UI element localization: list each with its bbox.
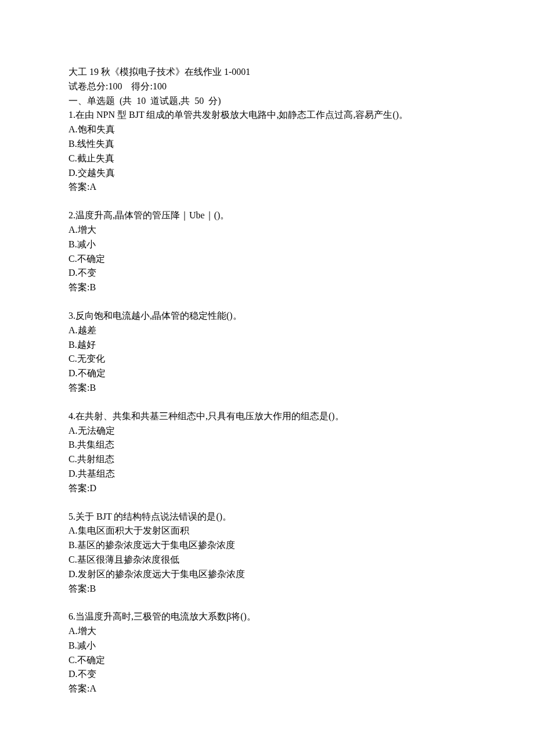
option-label: C xyxy=(68,454,75,464)
option-label: B xyxy=(68,540,75,550)
answer-label: 答案: xyxy=(68,683,89,693)
option-text: 共射组态 xyxy=(77,454,114,464)
option-label: A xyxy=(68,426,75,435)
question-body: 反向饱和电流越小,晶体管的稳定性能()。 xyxy=(75,311,242,321)
question-block: 2.温度升高,晶体管的管压降｜Ube｜()。 A.增大 B.减小 C.不确定 D… xyxy=(68,208,466,295)
option: B.减小 xyxy=(68,237,466,252)
answer-label: 答案: xyxy=(68,182,89,192)
answer-line: 答案:B xyxy=(68,280,466,295)
option: A.越差 xyxy=(68,323,466,338)
option: C.共射组态 xyxy=(68,452,466,467)
option: C.不确定 xyxy=(68,653,466,668)
option-text: 不确定 xyxy=(77,254,105,264)
option: A.饱和失真 xyxy=(68,123,466,137)
option-text: 基区很薄且掺杂浓度很低 xyxy=(77,555,179,564)
option-label: B xyxy=(68,440,75,449)
question-body: 在由 NPN 型 BJT 组成的单管共发射极放大电路中,如静态工作点过高,容易产… xyxy=(75,110,408,120)
doc-title: 大工 19 秋《模拟电子技术》在线作业 1-0001 xyxy=(68,65,466,80)
section-title: 一、单选题 (共 10 道试题,共 50 分) xyxy=(68,94,466,109)
question-text: 5.关于 BJT 的结构特点说法错误的是()。 xyxy=(68,510,466,524)
answer-label: 答案: xyxy=(68,483,89,493)
option-text: 截止失真 xyxy=(77,153,114,163)
option: D.不变 xyxy=(68,266,466,280)
answer-label: 答案: xyxy=(68,282,89,292)
option-text: 不变 xyxy=(78,268,96,278)
answer-line: 答案:D xyxy=(68,481,466,496)
option-label: D xyxy=(68,368,75,378)
question-block: 3.反向饱和电流越小,晶体管的稳定性能()。 A.越差 B.越好 C.无变化 D… xyxy=(68,309,466,395)
option-label: B xyxy=(68,139,75,149)
answer-label: 答案: xyxy=(68,584,89,593)
question-body: 关于 BJT 的结构特点说法错误的是()。 xyxy=(75,512,232,521)
answer-line: 答案:A xyxy=(68,682,466,696)
option-label: A xyxy=(68,124,75,134)
question-body: 当温度升高时,三极管的电流放大系数β将()。 xyxy=(75,611,256,621)
option-text: 不确定 xyxy=(77,655,105,665)
option-text: 越好 xyxy=(77,340,96,350)
option-label: A xyxy=(68,325,75,335)
option: B.越好 xyxy=(68,338,466,352)
option-text: 无法确定 xyxy=(78,426,115,435)
question-text: 3.反向饱和电流越小,晶体管的稳定性能()。 xyxy=(68,309,466,323)
option-text: 增大 xyxy=(78,225,96,235)
option-text: 不确定 xyxy=(78,368,106,378)
option-label: A xyxy=(68,626,75,636)
options-list: A.无法确定 B.共集组态 C.共射组态 D.共基组态 xyxy=(68,424,466,481)
option-label: B xyxy=(68,340,75,350)
question-block: 5.关于 BJT 的结构特点说法错误的是()。 A.集电区面积大于发射区面积 B… xyxy=(68,510,466,596)
option-label: D xyxy=(68,268,75,278)
option-text: 无变化 xyxy=(77,354,105,363)
document-page: 大工 19 秋《模拟电子技术》在线作业 1-0001 试卷总分:100 得分:1… xyxy=(0,0,534,756)
question-body: 在共射、共集和共基三种组态中,只具有电压放大作用的组态是()。 xyxy=(75,411,344,421)
question-text: 4.在共射、共集和共基三种组态中,只具有电压放大作用的组态是()。 xyxy=(68,409,466,424)
option-text: 越差 xyxy=(78,325,96,335)
option: C.不确定 xyxy=(68,252,466,267)
answer-value: B xyxy=(89,383,96,393)
answer-value: A xyxy=(89,683,96,693)
option: B.共集组态 xyxy=(68,438,466,452)
option-label: C xyxy=(68,555,75,564)
option: C.截止失真 xyxy=(68,152,466,166)
option-text: 不变 xyxy=(78,669,96,679)
option-text: 增大 xyxy=(78,626,96,636)
option-label: C xyxy=(68,153,75,163)
option: D.发射区的掺杂浓度远大于集电区掺杂浓度 xyxy=(68,567,466,582)
option-label: D xyxy=(68,168,75,178)
question-body: 温度升高,晶体管的管压降｜Ube｜()。 xyxy=(75,210,229,220)
option-text: 基区的掺杂浓度远大于集电区掺杂浓度 xyxy=(77,540,235,550)
question-number: 1 xyxy=(68,110,73,120)
option: A.增大 xyxy=(68,223,466,237)
question-number: 5 xyxy=(68,512,73,521)
question-block: 6.当温度升高时,三极管的电流放大系数β将()。 A.增大 B.减小 C.不确定… xyxy=(68,610,466,696)
score-line: 试卷总分:100 得分:100 xyxy=(68,80,466,94)
option-text: 饱和失真 xyxy=(78,124,115,134)
option: D.不变 xyxy=(68,667,466,682)
answer-line: 答案:B xyxy=(68,582,466,596)
option: B.线性失真 xyxy=(68,137,466,152)
option-label: A xyxy=(68,525,75,535)
option-label: C xyxy=(68,354,75,363)
question-text: 6.当温度升高时,三极管的电流放大系数β将()。 xyxy=(68,610,466,624)
options-list: A.集电区面积大于发射区面积 B.基区的掺杂浓度远大于集电区掺杂浓度 C.基区很… xyxy=(68,524,466,581)
question-number: 2 xyxy=(68,210,73,220)
option-text: 发射区的掺杂浓度远大于集电区掺杂浓度 xyxy=(78,569,245,579)
options-list: A.饱和失真 B.线性失真 C.截止失真 D.交越失真 xyxy=(68,123,466,180)
question-block: 4.在共射、共集和共基三种组态中,只具有电压放大作用的组态是()。 A.无法确定… xyxy=(68,409,466,496)
question-number: 6 xyxy=(68,611,73,621)
option-label: A xyxy=(68,225,75,235)
question-number: 3 xyxy=(68,311,73,321)
header-block: 大工 19 秋《模拟电子技术》在线作业 1-0001 试卷总分:100 得分:1… xyxy=(68,65,466,195)
option: A.增大 xyxy=(68,624,466,639)
option-text: 减小 xyxy=(77,640,96,650)
question-text: 1.在由 NPN 型 BJT 组成的单管共发射极放大电路中,如静态工作点过高,容… xyxy=(68,108,466,123)
option-label: D xyxy=(68,669,75,679)
answer-value: B xyxy=(89,282,96,292)
answer-value: A xyxy=(89,182,96,192)
question-number: 4 xyxy=(68,411,73,421)
option-text: 集电区面积大于发射区面积 xyxy=(78,525,189,535)
option: A.集电区面积大于发射区面积 xyxy=(68,524,466,538)
option: D.不确定 xyxy=(68,366,466,381)
option-text: 线性失真 xyxy=(77,139,114,149)
option: B.减小 xyxy=(68,639,466,653)
option: C.基区很薄且掺杂浓度很低 xyxy=(68,553,466,567)
